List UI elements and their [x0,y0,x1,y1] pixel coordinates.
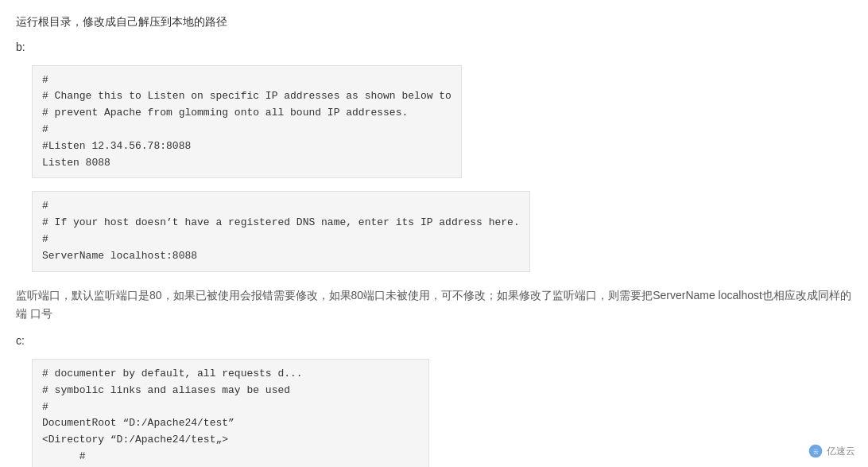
code-block-a: # # Change this to Listen on specific IP… [32,65,462,179]
explanation-a: 监听端口，默认监听端口是80，如果已被使用会报错需要修改，如果80端口未被使用，… [16,286,852,325]
code-block-b: # documenter by default, all requests d.… [32,359,429,467]
code-block-servername: # # If your host doesn’t have a register… [32,191,530,271]
logo-icon: 云 [808,443,823,459]
logo-text: 亿速云 [827,445,855,458]
svg-text:云: 云 [813,449,819,454]
logo-area: 云 亿速云 [808,443,855,459]
section-c-label: c: [16,332,852,351]
intro-text: 运行根目录，修改成自己解压到本地的路径 [16,13,852,32]
section-b-label: b: [16,38,852,57]
main-content: 运行根目录，修改成自己解压到本地的路径 b: # # Change this t… [0,0,868,467]
